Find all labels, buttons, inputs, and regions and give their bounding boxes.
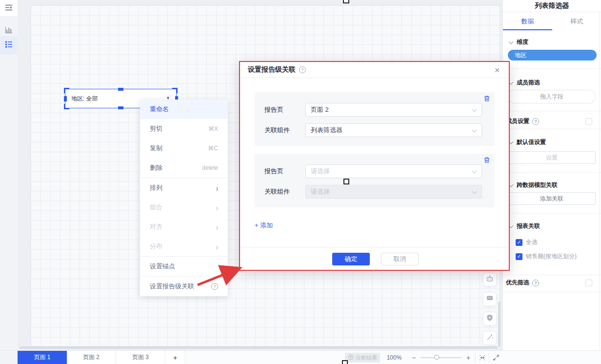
menu-item-copy[interactable]: 复制 ⌘C xyxy=(140,139,228,158)
chevron-down-icon xyxy=(472,169,477,174)
form-row-component: 关联组件 列表筛选器 xyxy=(264,123,482,137)
trash-icon[interactable] xyxy=(483,156,491,164)
menu-item-set-anchor[interactable]: 设置锚点 xyxy=(140,257,228,276)
cancel-button[interactable]: 取消 xyxy=(381,253,419,265)
add-page-button[interactable]: + xyxy=(165,351,185,364)
horizontal-scrollbar[interactable] xyxy=(20,346,498,349)
ai-assistant-button[interactable] xyxy=(483,273,497,286)
ok-button[interactable]: 确定 xyxy=(332,253,370,265)
zoom-slider-track[interactable] xyxy=(421,357,461,358)
add-association-button[interactable]: 添加关联 xyxy=(508,192,596,205)
dimension-field-label: 地区 xyxy=(515,51,526,60)
close-icon[interactable]: ✕ xyxy=(492,65,502,75)
fit-width-button[interactable] xyxy=(478,353,487,362)
checkbox-label: 销售额(按地区划分) xyxy=(526,252,577,261)
priority-filter-checkbox[interactable] xyxy=(585,280,592,286)
default-value-set-button[interactable]: 设置 xyxy=(508,151,596,164)
chevron-down-icon xyxy=(509,39,514,44)
dimension-field-pill[interactable]: 地区 xyxy=(508,50,597,61)
page-tab-1-active[interactable]: 页面 1 xyxy=(18,351,67,364)
menu-item-label: 对齐 xyxy=(150,222,162,231)
left-sidebar xyxy=(0,0,18,350)
panel-separator xyxy=(503,68,601,69)
menu-item-delete[interactable]: 删除 delete xyxy=(140,158,228,178)
bottom-bar-corner xyxy=(0,351,18,364)
form-row-report-page: 报告页 页面 2 xyxy=(264,103,482,117)
component-select[interactable]: 列表筛选器 xyxy=(305,123,482,137)
section-member-filter[interactable]: 成员筛选 xyxy=(509,79,540,87)
context-menu: 重命名 剪切 ⌘X 复制 ⌘C 删除 delete 排列 › 组合 › 对齐 ›… xyxy=(140,100,228,296)
panel-title: 列表筛选器 xyxy=(503,0,601,12)
analysis-result-button[interactable]: 分析结果 xyxy=(345,353,380,363)
trash-icon[interactable] xyxy=(483,95,491,102)
report-page-select-empty[interactable]: 请选择 xyxy=(305,164,482,178)
panel-separator xyxy=(503,129,601,129)
section-label: 默认值设置 xyxy=(517,138,546,146)
report-link-option-sales[interactable]: 销售额(按地区划分) xyxy=(516,252,577,261)
shield-add-button[interactable] xyxy=(483,312,497,325)
panel-scroll-track xyxy=(600,12,600,364)
row-priority-filter: 优先筛选 ? xyxy=(506,279,599,287)
robot-icon xyxy=(486,275,494,284)
field-label: 关联组件 xyxy=(264,187,305,196)
field-label: 报告页 xyxy=(264,105,305,114)
list-filter-icon xyxy=(4,40,13,51)
divider xyxy=(475,353,476,363)
panel-separator xyxy=(503,172,601,173)
menu-item-label: 排列 xyxy=(150,183,162,192)
menu-shortcut: ⌘X xyxy=(208,125,218,132)
add-association-link[interactable]: + 添加 xyxy=(255,221,273,230)
help-icon[interactable]: ? xyxy=(299,66,306,73)
vertical-scrollbar[interactable] xyxy=(498,302,501,346)
page-tab-3[interactable]: 页面 3 xyxy=(116,351,165,364)
form-row-component: 关联组件 请选择 xyxy=(264,185,482,199)
comment-button[interactable] xyxy=(483,292,497,306)
section-label: 维度 xyxy=(517,38,528,46)
button-label: 添加关联 xyxy=(540,195,563,203)
section-report-link[interactable]: 报表关联 xyxy=(509,222,540,230)
section-dimension[interactable]: 维度 xyxy=(509,38,528,46)
help-icon[interactable]: ? xyxy=(211,283,218,290)
select-placeholder: 请选择 xyxy=(311,187,330,196)
drag-field-dropzone[interactable]: 拖入字段 xyxy=(508,90,596,103)
help-icon[interactable]: ? xyxy=(532,280,539,286)
zoom-in-button[interactable]: + xyxy=(464,353,472,363)
button-label: 设置 xyxy=(546,154,558,162)
component-list-button[interactable] xyxy=(0,0,18,17)
menu-item-cut[interactable]: 剪切 ⌘X xyxy=(140,119,228,139)
dropzone-hint: 拖入字段 xyxy=(540,93,563,101)
field-label: 关联组件 xyxy=(264,126,305,135)
zoom-out-button[interactable]: − xyxy=(410,353,418,363)
filter-list-button-active[interactable] xyxy=(0,36,18,55)
page-tab-2[interactable]: 页面 2 xyxy=(67,351,116,364)
section-label: 跨数据模型关联 xyxy=(517,181,558,189)
select-value: 列表筛选器 xyxy=(311,126,342,135)
section-cross-model[interactable]: 跨数据模型关联 xyxy=(509,181,558,189)
magic-wand-button[interactable] xyxy=(483,331,497,345)
menu-item-rename[interactable]: 重命名 xyxy=(140,100,228,119)
properties-panel: 列表筛选器 数据 样式 维度 地区 成员筛选 拖入字段 成员设置 ? 默认值设置 xyxy=(502,0,601,364)
section-default-value[interactable]: 默认值设置 xyxy=(509,138,546,146)
checkbox-checked[interactable] xyxy=(516,253,522,260)
section-label: 成员筛选 xyxy=(517,79,540,87)
section-label: 报表关联 xyxy=(517,222,540,230)
help-icon[interactable]: ? xyxy=(532,118,539,125)
zoom-slider-knob[interactable] xyxy=(434,355,439,360)
tab-data[interactable]: 数据 xyxy=(503,13,552,30)
panel-separator xyxy=(503,111,601,111)
menu-shortcut: ⌘C xyxy=(208,145,218,152)
report-link-option-all[interactable]: 全选 xyxy=(516,238,538,246)
report-page-select[interactable]: 页面 2 xyxy=(305,103,482,117)
zoom-level: 100% xyxy=(383,353,405,363)
menu-item-label: 设置报告级关联 xyxy=(150,282,194,291)
menu-item-arrange[interactable]: 排列 › xyxy=(140,178,228,198)
divider xyxy=(489,353,489,363)
member-setting-checkbox[interactable] xyxy=(585,118,592,125)
fullscreen-button[interactable] xyxy=(492,353,501,362)
menu-item-distribute: 分布 › xyxy=(140,237,228,256)
modal-footer-divider xyxy=(240,247,509,247)
menu-item-report-link[interactable]: 设置报告级关联 ? xyxy=(140,277,228,296)
tab-style[interactable]: 样式 xyxy=(552,13,601,30)
checkbox-checked[interactable] xyxy=(516,239,522,246)
shield-plus-icon xyxy=(486,314,494,324)
